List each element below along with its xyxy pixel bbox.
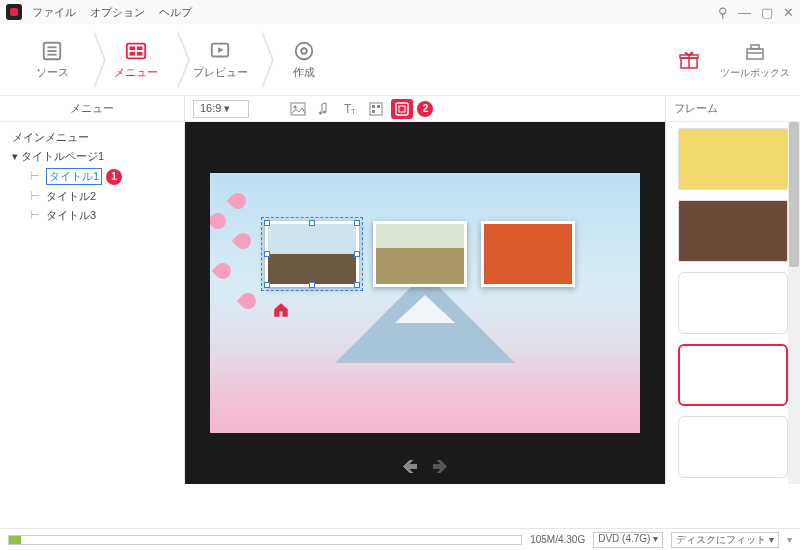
disc-type-select[interactable]: DVD (4.7G) ▾ — [593, 532, 663, 548]
right-panel-title: フレーム — [666, 96, 800, 122]
frame-tool-icon[interactable] — [391, 99, 413, 119]
annotation-badge-2: 2 — [417, 101, 433, 117]
svg-rect-7 — [130, 51, 136, 55]
create-icon — [291, 40, 317, 62]
frame-option-5[interactable] — [678, 416, 788, 478]
menu-canvas[interactable] — [210, 173, 640, 433]
tree-title-page[interactable]: ▾ タイトルページ1 — [8, 147, 176, 166]
svg-rect-26 — [370, 103, 382, 115]
svg-rect-8 — [137, 51, 143, 55]
step-preview[interactable]: プレビュー — [178, 30, 262, 90]
preview-canvas-area: 🡸 🡺 — [185, 122, 665, 484]
svg-point-23 — [323, 110, 326, 113]
minimize-icon[interactable]: — — [738, 5, 751, 20]
frame-option-3[interactable] — [678, 272, 788, 334]
menu-file[interactable]: ファイル — [32, 5, 76, 20]
svg-rect-6 — [137, 46, 143, 50]
toolbox-tool[interactable]: ツールボックス — [720, 39, 790, 80]
annotation-badge-1: 1 — [106, 169, 122, 185]
settings-icon[interactable]: ▾ — [787, 534, 792, 545]
step-create[interactable]: 作成 — [262, 30, 346, 90]
svg-text:T: T — [351, 107, 356, 116]
preview-icon — [207, 40, 233, 62]
svg-point-11 — [296, 42, 313, 59]
app-logo — [6, 4, 22, 20]
svg-rect-30 — [396, 103, 408, 115]
text-tool-icon[interactable]: TT — [339, 99, 361, 119]
disk-usage-text: 105M/4.30G — [530, 534, 585, 545]
gift-icon — [676, 48, 702, 72]
thumbnail-3[interactable] — [481, 221, 575, 287]
close-icon[interactable]: ✕ — [783, 5, 794, 20]
thumbnail-2[interactable] — [373, 221, 467, 287]
toolbox-label: ツールボックス — [720, 66, 790, 80]
thumbnail-1[interactable] — [265, 221, 359, 287]
nav-prev-icon[interactable]: 🡸 — [402, 458, 418, 476]
home-icon[interactable] — [272, 301, 290, 323]
svg-rect-29 — [372, 110, 375, 113]
svg-point-22 — [319, 111, 322, 114]
step-preview-label: プレビュー — [193, 65, 248, 80]
menu-help[interactable]: ヘルプ — [159, 5, 192, 20]
pin-icon[interactable]: ⚲ — [718, 5, 728, 20]
nav-next-icon[interactable]: 🡺 — [432, 458, 448, 476]
tree-title-3[interactable]: ⊢タイトル3 — [8, 206, 176, 225]
source-icon — [39, 40, 65, 62]
svg-point-21 — [294, 105, 297, 108]
music-tool-icon[interactable] — [313, 99, 335, 119]
step-create-label: 作成 — [293, 65, 315, 80]
menu-icon — [123, 40, 149, 62]
step-source-label: ソース — [36, 65, 69, 80]
tree-main-menu[interactable]: メインメニュー — [8, 128, 176, 147]
gift-tool[interactable] — [676, 48, 702, 72]
svg-rect-28 — [377, 105, 380, 108]
step-menu-label: メニュー — [114, 65, 158, 80]
left-panel-title: メニュー — [0, 96, 184, 122]
aspect-ratio-select[interactable]: 16:9 ▾ — [193, 100, 249, 118]
svg-rect-4 — [127, 43, 145, 58]
step-source[interactable]: ソース — [10, 30, 94, 90]
toolbox-icon — [742, 39, 768, 63]
maximize-icon[interactable]: ▢ — [761, 5, 773, 20]
image-tool-icon[interactable] — [287, 99, 309, 119]
menu-options[interactable]: オプション — [90, 5, 145, 20]
svg-rect-5 — [130, 46, 136, 50]
svg-rect-17 — [747, 49, 763, 59]
frames-scrollbar[interactable] — [788, 122, 800, 484]
frame-option-2[interactable] — [678, 200, 788, 262]
svg-point-12 — [301, 48, 307, 54]
chapter-tool-icon[interactable] — [365, 99, 387, 119]
fit-mode-select[interactable]: ディスクにフィット ▾ — [671, 532, 779, 548]
svg-marker-10 — [218, 47, 224, 53]
svg-rect-27 — [372, 105, 375, 108]
step-menu[interactable]: メニュー — [94, 30, 178, 90]
tree-title-2[interactable]: ⊢タイトル2 — [8, 187, 176, 206]
svg-rect-18 — [751, 45, 759, 49]
disk-usage-bar — [8, 535, 522, 545]
svg-point-13 — [308, 43, 310, 45]
svg-rect-31 — [399, 106, 405, 112]
frame-option-1[interactable] — [678, 128, 788, 190]
tree-title-1[interactable]: ⊢タイトル1 1 — [8, 166, 176, 187]
frame-option-4[interactable] — [678, 344, 788, 406]
